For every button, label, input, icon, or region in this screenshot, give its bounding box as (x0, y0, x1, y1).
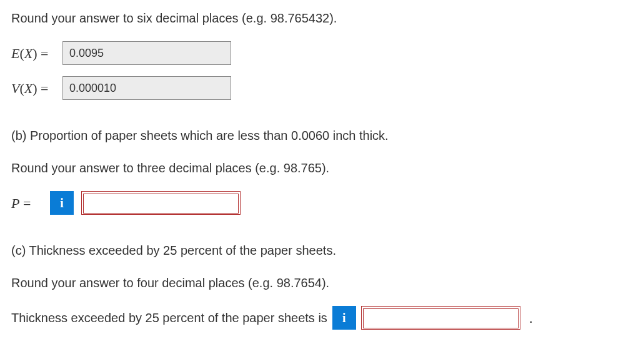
info-icon[interactable]: i (332, 306, 356, 330)
part-b-prompt: (b) Proportion of paper sheets which are… (11, 126, 630, 145)
vx-row: V(X) = (11, 76, 630, 100)
ex-input[interactable] (62, 41, 231, 65)
round-three-instruction: Round your answer to three decimal place… (11, 159, 630, 177)
info-icon[interactable]: i (50, 191, 74, 215)
thickness-input-wrap (361, 306, 520, 330)
p-input-wrap (81, 191, 241, 215)
thickness-input[interactable] (363, 308, 519, 328)
vx-input[interactable] (62, 76, 231, 100)
round-four-instruction: Round your answer to four decimal places… (11, 273, 630, 292)
vx-label: V(X) = (11, 78, 55, 99)
p-label: P = (11, 193, 42, 214)
ex-label: E(X) = (11, 43, 55, 64)
thickness-lead-text: Thickness exceeded by 25 percent of the … (11, 308, 327, 327)
round-six-instruction: Round your answer to six decimal places … (11, 9, 630, 27)
period: . (529, 308, 533, 328)
p-input[interactable] (83, 194, 239, 214)
part-c-prompt: (c) Thickness exceeded by 25 percent of … (11, 241, 630, 260)
thickness-row: Thickness exceeded by 25 percent of the … (11, 306, 630, 330)
ex-row: E(X) = (11, 41, 630, 65)
p-row: P = i (11, 191, 630, 215)
